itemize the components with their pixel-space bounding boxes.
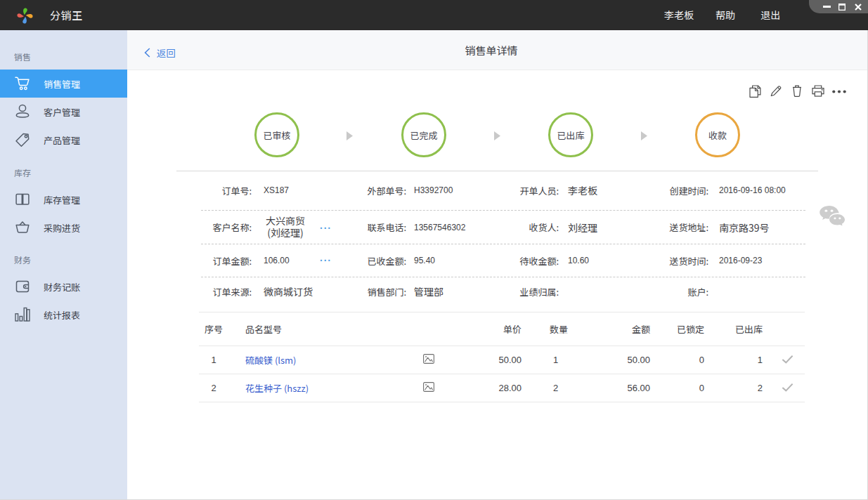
field-label: 开单人员: — [500, 184, 559, 197]
table-row: 1 硫酸镁 (lsm) 50.00 1 50.00 0 1 — [199, 346, 805, 374]
field-value: 106.00··· — [264, 256, 347, 265]
current-user[interactable]: 李老板 — [664, 0, 694, 30]
book-icon — [13, 190, 32, 209]
sidebar-item-product-management[interactable]: 产品管理 — [0, 126, 127, 154]
customer-contact: (刘经理) — [267, 225, 303, 239]
field-label: 订单来源: — [201, 285, 252, 298]
more-actions-icon[interactable] — [832, 90, 846, 93]
col-qty: 数量 — [522, 312, 596, 346]
col-check — [763, 312, 805, 346]
field-value: H3392700 — [414, 185, 500, 195]
sidebar-item-label: 财务记账 — [44, 280, 80, 294]
sidebar-section-finance-group: 财务 财务记账 — [0, 242, 127, 329]
field-label: 送货地址: — [649, 221, 708, 234]
sidebar-item-label: 库存管理 — [44, 193, 80, 206]
item-name: 花生种子 (hszz) — [228, 374, 410, 402]
maximize-button[interactable] — [836, 0, 848, 13]
sidebar-item-inventory-management[interactable]: 库存管理 — [0, 185, 127, 213]
step-label: 已审核 — [263, 129, 290, 142]
step-payment: 收款 — [695, 112, 740, 157]
copy-icon[interactable] — [749, 85, 761, 98]
minimize-button[interactable] — [820, 0, 834, 13]
sidebar-item-customer-management[interactable]: 客户管理 — [0, 98, 127, 126]
image-placeholder-icon — [423, 354, 434, 364]
sidebar-item-label: 销售管理 — [44, 77, 80, 91]
logout-link[interactable]: 退出 — [760, 0, 780, 30]
customer-name-block: 大兴商贸(刘经理) — [264, 215, 307, 239]
product-link[interactable]: 花生种子 (hszz) — [245, 381, 309, 395]
field-label: 收货人: — [500, 221, 559, 234]
cart-icon — [13, 74, 32, 93]
sidebar-item-statistics-reports[interactable]: 统计报表 — [0, 301, 127, 329]
table-header-row: 序号 品名型号 单价 数量 金额 已锁定 已出库 — [199, 312, 805, 346]
item-locked: 0 — [650, 374, 704, 402]
field-label: 客户名称: — [201, 221, 252, 234]
item-locked: 0 — [650, 346, 704, 374]
field-label: 外部单号: — [347, 184, 406, 197]
item-image[interactable] — [410, 346, 448, 374]
image-placeholder-icon — [423, 382, 434, 392]
item-check — [763, 374, 805, 402]
order-amount: 106.00 — [264, 256, 290, 265]
sidebar-item-finance-bookkeeping[interactable]: 财务记账 — [0, 272, 127, 301]
item-shipped: 1 — [704, 346, 763, 374]
check-icon — [782, 383, 793, 392]
sidebar-item-label: 统计报表 — [44, 308, 80, 322]
delete-icon[interactable] — [792, 85, 802, 97]
detail-row: 订单号: XS187 外部单号: H3392700 开单人员: 李老板 创建时间… — [201, 171, 805, 211]
item-price: 28.00 — [448, 374, 522, 402]
chevron-left-icon — [144, 48, 150, 58]
more-link[interactable]: ··· — [320, 224, 332, 231]
field-value: 大兴商贸(刘经理)··· — [264, 215, 347, 240]
app-title: 分销王 — [50, 0, 83, 30]
print-icon[interactable] — [812, 85, 824, 97]
field-label: 订单号: — [201, 184, 252, 197]
main-area: 返回 销售单详情 — [127, 30, 867, 499]
close-button[interactable] — [852, 0, 864, 13]
col-shipped: 已出库 — [704, 312, 763, 346]
arrow-right-icon — [346, 131, 353, 140]
item-amount: 56.00 — [596, 374, 650, 402]
item-name: 硫酸镁 (lsm) — [228, 346, 410, 374]
product-link[interactable]: 硫酸镁 (lsm) — [245, 353, 297, 367]
step-label: 已出库 — [557, 129, 584, 142]
edit-icon[interactable] — [770, 85, 782, 97]
sidebar: 销售 销售管理 客户管理 — [0, 30, 127, 499]
maximize-icon — [838, 4, 846, 11]
field-label: 创建时间: — [649, 184, 708, 197]
col-price: 单价 — [448, 312, 522, 346]
field-value: 10.60 — [568, 256, 649, 265]
field-value: 李老板 — [568, 183, 649, 197]
step-shipped: 已出库 — [548, 112, 593, 157]
sidebar-section-sales-group: 销售 销售管理 客户管理 — [0, 30, 127, 154]
step-completed: 已完成 — [401, 112, 446, 157]
sidebar-section-inventory: 库存 — [14, 154, 127, 178]
field-label: 待收金额: — [500, 254, 559, 268]
sidebar-item-purchasing[interactable]: 采购进货 — [0, 213, 127, 242]
sidebar-section-inventory-group: 库存 库存管理 采购进货 — [0, 154, 127, 242]
close-icon — [855, 4, 862, 11]
col-index: 序号 — [199, 312, 228, 346]
sidebar-item-sales-management[interactable]: 销售管理 — [0, 70, 127, 98]
sidebar-item-label: 采购进货 — [44, 221, 80, 235]
field-label: 业绩归属: — [500, 285, 559, 298]
back-link[interactable]: 返回 — [144, 32, 176, 72]
sidebar-item-label: 客户管理 — [44, 105, 80, 119]
item-index: 1 — [199, 346, 228, 374]
item-check — [763, 346, 805, 374]
field-value: XS187 — [264, 185, 347, 195]
tag-icon — [13, 131, 32, 149]
wechat-icon[interactable] — [818, 204, 848, 225]
field-value: 南京路39号 — [719, 221, 805, 235]
arrow-right-icon — [494, 131, 500, 140]
field-label: 销售部门: — [347, 285, 406, 298]
basket-icon — [13, 218, 32, 237]
bar-chart-icon — [13, 305, 32, 324]
item-price: 50.00 — [448, 346, 522, 374]
more-link[interactable]: ··· — [320, 257, 332, 264]
col-amount: 金额 — [596, 312, 650, 346]
item-image[interactable] — [410, 374, 448, 402]
app-window: 分销王 李老板 帮助 退出 销售 — [0, 0, 868, 500]
help-link[interactable]: 帮助 — [715, 0, 735, 30]
field-value: 2016-09-16 08:00 — [719, 185, 805, 195]
